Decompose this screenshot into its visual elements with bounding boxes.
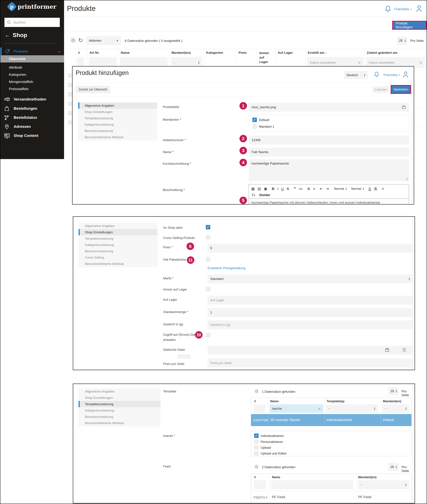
save-button[interactable]: Speichern: [391, 86, 410, 93]
cross-selling-checkbox[interactable]: [206, 235, 210, 240]
bold-icon[interactable]: B: [272, 187, 274, 191]
gear-icon[interactable]: [254, 464, 259, 469]
feed-filter-mandant[interactable]: -: [358, 480, 409, 489]
mandant-default-checkbox[interactable]: [252, 118, 257, 122]
hat-paketpreise-checkbox[interactable]: [206, 257, 210, 261]
highlight-color-icon[interactable]: A: [374, 187, 377, 191]
intent-upload-editor-checkbox[interactable]: [254, 451, 259, 456]
template-filter-mandant[interactable]: -: [382, 404, 409, 413]
dialog-scrollbar[interactable]: [412, 67, 412, 203]
row-checkbox[interactable]: [68, 102, 72, 106]
row-checkbox[interactable]: [68, 92, 72, 96]
gewicht-field[interactable]: Gewicht in (g): [207, 320, 412, 329]
row-checkbox[interactable]: [68, 83, 72, 87]
media-icon[interactable]: ▣: [264, 187, 267, 191]
align-icon[interactable]: ≡: [382, 187, 384, 191]
nav-benutzerzuweisung[interactable]: Benutzerzuweisung: [78, 128, 157, 134]
blockquote-icon[interactable]: ”: [294, 186, 296, 192]
sidebar-item-bestellstatus[interactable]: Bestellstatus: [0, 113, 64, 122]
nav-allgemeine-angaben[interactable]: Allgemeine Angaben: [78, 102, 157, 109]
user-avatar-icon[interactable]: [415, 4, 423, 13]
preis-field[interactable]: 5: [207, 244, 412, 252]
clear-icon[interactable]: ×: [318, 406, 320, 411]
italic-icon[interactable]: I: [277, 187, 278, 191]
nav-kategoriezuweisung[interactable]: Kategoriezuweisung: [79, 407, 160, 414]
user-menu[interactable]: Franziska ▾: [394, 7, 412, 11]
size-select[interactable]: Normal: [351, 187, 364, 191]
user-menu[interactable]: Franziska ▾: [383, 73, 400, 77]
auf-lager-field[interactable]: Auf Lager: [207, 296, 412, 305]
row-checkbox[interactable]: [68, 111, 72, 115]
advanced-pricing-link[interactable]: Erweiterte Preisgestaltung: [207, 266, 245, 270]
template-filter-type[interactable]: -: [326, 404, 378, 413]
language-select[interactable]: Deutsch: [344, 71, 368, 79]
divider-button[interactable]: Divider: [259, 193, 270, 197]
template-filter-hash[interactable]: [254, 404, 265, 413]
sidebar-item-versandmethoden[interactable]: Versandmethoden: [0, 95, 64, 104]
nav-benutzerzuweisung[interactable]: Benutzerzuweisung: [79, 248, 158, 254]
kurzbeschreibung-field[interactable]: hochwertige Papiertasche: [249, 159, 409, 181]
feed-per-page-select[interactable]: 25: [389, 463, 398, 471]
beschreibung-text[interactable]: hochwertige Papiertasche mit dünnen Halt…: [249, 198, 409, 204]
template-row-selected[interactable]: b1UxFYUW 3D example Tasche individualisi…: [251, 414, 412, 426]
notifications-bell-icon[interactable]: [384, 5, 391, 13]
image-icon[interactable]: ▤: [258, 187, 261, 191]
panel-scrollbar[interactable]: [412, 217, 413, 369]
row-checkbox[interactable]: [68, 120, 72, 125]
standardmenge-field[interactable]: 1: [207, 308, 412, 317]
file-picker-icon[interactable]: [401, 105, 406, 110]
text-color-icon[interactable]: A: [369, 187, 371, 191]
feed-filter-hash[interactable]: [254, 480, 266, 489]
outdent-icon[interactable]: ⇤: [320, 187, 323, 191]
panel-scrollbar[interactable]: [412, 385, 413, 502]
nav-benutzerdefinierte-attribute[interactable]: Benutzerdefinierte Attribute: [78, 134, 157, 140]
mwst-select[interactable]: Standard: [207, 274, 412, 283]
trash-icon[interactable]: [402, 347, 407, 353]
nav-allgemeine-angaben[interactable]: Allgemeine Angaben: [79, 388, 160, 395]
code-icon[interactable]: </>: [299, 187, 303, 190]
feed-filter-name[interactable]: [271, 480, 353, 489]
refresh-icon[interactable]: ↻: [78, 37, 83, 44]
immer-auf-lager-checkbox[interactable]: [206, 287, 210, 291]
actions-select[interactable]: Aktionen ▼: [86, 36, 121, 45]
nav-shop-einstellungen[interactable]: Shop Einstellungen: [79, 229, 158, 235]
gear-icon[interactable]: [70, 37, 76, 43]
nav-kategoriezuweisung[interactable]: Kategoriezuweisung: [79, 242, 158, 248]
table-icon[interactable]: ▦: [251, 187, 255, 191]
row-checkbox[interactable]: [68, 73, 72, 78]
col-erstellt-am[interactable]: Erstellt am ↓: [308, 51, 327, 55]
mandant-1-checkbox[interactable]: [252, 124, 257, 129]
indent-icon[interactable]: ⇥: [326, 187, 329, 191]
nav-cross-selling[interactable]: Cross Selling: [79, 254, 158, 261]
clear-icon[interactable]: ×: [419, 60, 422, 65]
nav-templatezuweisung[interactable]: Templatezuweisung: [79, 235, 158, 242]
intent-upload-checkbox[interactable]: [254, 445, 259, 450]
produktbild-field[interactable]: rissc_tasche.png: [249, 103, 409, 112]
sidebar-item-kategorien[interactable]: Kategorien: [0, 71, 64, 78]
nav-kategoriezuweisung[interactable]: Kategoriezuweisung: [78, 121, 157, 128]
nav-templatezuweisung[interactable]: Templatezuweisung: [79, 401, 160, 407]
intent-individualisieren-checkbox[interactable]: [254, 434, 259, 438]
user-avatar-icon[interactable]: [402, 70, 409, 78]
sidebar-item-uebersicht[interactable]: Übersicht: [0, 55, 64, 62]
im-shop-aktiv-checkbox[interactable]: [206, 225, 210, 229]
intent-personalisieren-checkbox[interactable]: [254, 439, 259, 444]
delete-button[interactable]: Löschen: [373, 86, 389, 93]
nav-shop-einstellungen[interactable]: Shop Einstellungen: [79, 395, 160, 401]
sidebar-item-bestellungen[interactable]: Bestellungen: [0, 104, 64, 113]
clear-formatting-icon[interactable]: Tx: [251, 193, 255, 197]
statische-datei-field[interactable]: [207, 346, 412, 355]
bullet-list-icon[interactable]: ≡: [313, 187, 315, 191]
feed-row-mandant[interactable]: PF Feed: [358, 495, 371, 499]
file-picker-icon[interactable]: [384, 347, 390, 353]
sidebar-item-adressen[interactable]: Adressen: [0, 123, 64, 131]
template-filter-name[interactable]: tasche ×: [269, 404, 323, 413]
nav-shop-einstellungen[interactable]: Shop Einstellungen: [78, 109, 157, 115]
template-per-page-select[interactable]: 25: [389, 387, 398, 395]
nav-allgemeine-angaben[interactable]: Allgemeine Angaben: [79, 223, 158, 229]
ordered-list-icon[interactable]: ≣: [307, 187, 310, 191]
add-product-button[interactable]: Produkt hinzufügen: [393, 22, 426, 29]
sidebar-item-produkte[interactable]: Produkte: [0, 47, 64, 55]
sidebar-item-preisstaffeln[interactable]: Preisstaffeln: [0, 85, 64, 93]
name-field[interactable]: Falt-Tasche: [249, 148, 409, 156]
